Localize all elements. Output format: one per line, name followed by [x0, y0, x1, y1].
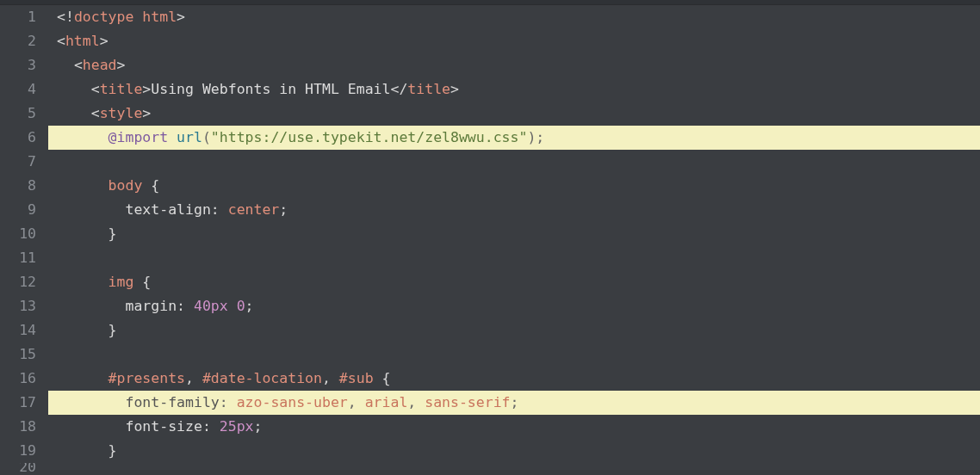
indent: [57, 57, 74, 73]
code-line[interactable]: 8 body {: [0, 174, 980, 198]
code-content[interactable]: <html>: [48, 29, 109, 53]
code-line[interactable]: 7: [0, 150, 980, 174]
head-tag: head: [83, 57, 117, 73]
quote: ": [211, 129, 220, 145]
presents-selector: #presents: [109, 370, 185, 386]
code-line[interactable]: 14 }: [0, 318, 980, 342]
margin-value: 0: [237, 298, 245, 314]
bracket: <: [57, 33, 65, 49]
code-line[interactable]: 16 #presents, #date-location, #sub {: [0, 367, 980, 391]
bracket: <: [74, 57, 83, 73]
code-line[interactable]: 9 text-align: center;: [0, 198, 980, 222]
code-line[interactable]: 4 <title>Using Webfonts in HTML Email</t…: [0, 77, 980, 102]
code-content[interactable]: body {: [48, 174, 159, 198]
line-number: 15: [0, 342, 48, 367]
indent: [57, 105, 91, 121]
indent: [57, 177, 109, 194]
code-content[interactable]: margin: 40px 0;: [48, 294, 254, 318]
code-line[interactable]: 12 img {: [0, 270, 980, 294]
code-content[interactable]: @import url("https://use.typekit.net/zel…: [48, 126, 544, 150]
code-content[interactable]: <style>: [48, 102, 151, 126]
at-import-keyword: @import: [109, 129, 169, 145]
line-number: 12: [0, 270, 48, 294]
code-content[interactable]: img {: [48, 270, 151, 294]
line-number: 18: [0, 415, 48, 439]
colon: :: [220, 394, 228, 410]
code-line[interactable]: 11: [0, 246, 980, 270]
code-line[interactable]: 10 }: [0, 222, 980, 246]
line-number: 10: [0, 222, 48, 246]
space: [220, 201, 228, 218]
margin-property: margin: [125, 298, 177, 314]
code-line[interactable]: 5 <style>: [0, 102, 980, 126]
code-content[interactable]: #presents, #date-location, #sub {: [48, 367, 390, 391]
bracket: >: [177, 9, 185, 25]
space: [194, 370, 202, 386]
indent: [57, 370, 109, 386]
code-content[interactable]: <!doctype html>: [48, 5, 185, 29]
code-line[interactable]: 13 margin: 40px 0;: [0, 294, 980, 318]
code-line[interactable]: 18 font-size: 25px;: [0, 415, 980, 439]
line-number: 11: [0, 246, 48, 270]
code-line[interactable]: 3 <head>: [0, 53, 980, 77]
indent: [57, 225, 109, 242]
code-line[interactable]: 15: [0, 342, 980, 367]
code-content[interactable]: <head>: [48, 53, 126, 77]
indent: [57, 129, 109, 145]
space: [374, 370, 382, 386]
space: [416, 394, 425, 410]
line-number: 2: [0, 29, 48, 53]
font-size-property: font-size: [125, 418, 202, 435]
code-line[interactable]: 20: [0, 463, 980, 472]
code-content[interactable]: <title>Using Webfonts in HTML Email</tit…: [48, 77, 459, 102]
indent: [57, 322, 109, 338]
line-number: 17: [0, 391, 48, 415]
brace: }: [109, 322, 117, 338]
line-number: 13: [0, 294, 48, 318]
line-number: 1: [0, 5, 48, 29]
code-line[interactable]: 2 <html>: [0, 29, 980, 53]
font-azo: azo-sans-uber: [237, 394, 348, 410]
title-tag: title: [100, 81, 143, 97]
line-highlight: [592, 391, 980, 415]
code-content[interactable]: }: [48, 318, 117, 342]
comma: ,: [348, 394, 357, 410]
space: [133, 274, 142, 290]
code-editor[interactable]: 1 <!doctype html> 2 <html> 3 <head> 4 <t…: [0, 5, 980, 472]
line-number: 7: [0, 150, 48, 174]
style-tag: style: [100, 105, 143, 121]
paren: ): [527, 129, 536, 145]
html-tag: html: [65, 33, 100, 49]
bracket: <!: [57, 9, 74, 25]
semicolon: ;: [254, 418, 263, 435]
bracket: <: [91, 81, 100, 97]
line-number: 14: [0, 318, 48, 342]
line-number: 20: [0, 463, 48, 472]
space: [142, 177, 151, 194]
code-content[interactable]: text-align: center;: [48, 198, 288, 222]
code-line[interactable]: 19 }: [0, 439, 980, 463]
line-number: 5: [0, 102, 48, 126]
space: [211, 418, 220, 435]
font-family-property: font-family: [125, 394, 219, 410]
line-number: 8: [0, 174, 48, 198]
indent: [57, 418, 125, 435]
indent: [57, 298, 125, 314]
code-content[interactable]: }: [48, 439, 117, 463]
body-selector: body: [109, 177, 143, 194]
line-highlight: [842, 126, 980, 150]
space: [228, 394, 237, 410]
text-align-property: text-align: [125, 201, 210, 218]
semicolon: ;: [245, 298, 254, 314]
doctype-tag: doctype html: [74, 9, 177, 25]
comma: ,: [407, 394, 416, 410]
code-content[interactable]: }: [48, 222, 117, 246]
center-value: center: [228, 201, 280, 218]
date-location-selector: #date-location: [202, 370, 322, 386]
line-number: 4: [0, 77, 48, 102]
code-content[interactable]: font-family: azo-sans-uber, arial, sans-…: [48, 391, 518, 415]
code-content[interactable]: font-size: 25px;: [48, 415, 262, 439]
code-line[interactable]: 1 <!doctype html>: [0, 5, 980, 29]
brace: {: [142, 274, 151, 290]
indent: [57, 81, 91, 97]
